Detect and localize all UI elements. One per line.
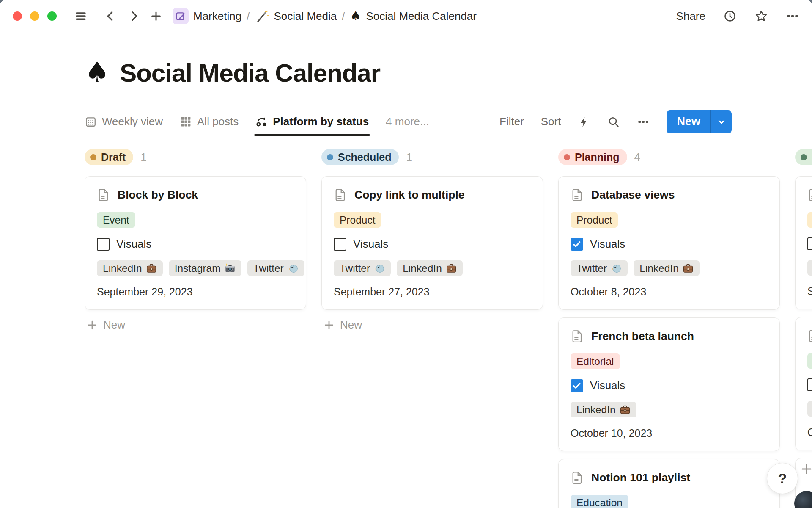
- calendar-icon: [85, 116, 97, 128]
- checkmark-icon: [572, 381, 582, 391]
- platform-tag-twitter: Twitter: [247, 260, 304, 276]
- zoom-window-button[interactable]: [47, 11, 57, 21]
- column-cards: S O: [795, 176, 812, 508]
- add-card-label: New: [103, 318, 125, 331]
- card-title: Notion 101 playlist: [591, 471, 690, 484]
- page-icon: [571, 329, 584, 343]
- filter-button[interactable]: Filter: [499, 115, 524, 128]
- page-icon: [571, 471, 584, 484]
- platform-tag-linkedin: LinkedIn: [397, 260, 463, 276]
- category-tag: Product: [334, 212, 381, 228]
- column-count: 1: [406, 151, 412, 164]
- view-options-icon[interactable]: [637, 116, 650, 128]
- briefcase-icon: [446, 263, 457, 274]
- new-button[interactable]: New: [667, 110, 732, 133]
- new-button-dropdown[interactable]: [710, 110, 732, 133]
- chevron-left-icon: [104, 10, 117, 22]
- card-partial[interactable]: O: [795, 317, 812, 450]
- more-options-icon[interactable]: [786, 9, 799, 23]
- card-block-by-block[interactable]: Block by Block Event Visuals LinkedIn In…: [85, 176, 306, 310]
- page-title[interactable]: Social Media Calendar: [120, 58, 380, 88]
- platform-tag-fragment: [807, 401, 812, 417]
- window-topbar: Marketing / Social Media / ♠ Social Medi…: [0, 0, 812, 32]
- status-dot: [90, 154, 96, 160]
- visuals-checkbox[interactable]: [571, 238, 583, 251]
- column-cards: Block by Block Event Visuals LinkedIn In…: [85, 176, 306, 310]
- card-date: October 8, 2023: [571, 286, 768, 298]
- notion-window: Marketing / Social Media / ♠ Social Medi…: [0, 0, 812, 508]
- new-page-button[interactable]: [150, 10, 162, 22]
- add-group-plus-icon[interactable]: [800, 462, 812, 476]
- tab-more-views[interactable]: 4 more...: [386, 108, 429, 135]
- page-spade-icon[interactable]: ♠: [85, 58, 110, 86]
- status-pill-draft[interactable]: Draft: [85, 149, 133, 165]
- status-pill-partial[interactable]: [795, 149, 812, 165]
- status-pill-scheduled[interactable]: Scheduled: [321, 149, 399, 165]
- status-cycle-icon: [255, 116, 268, 128]
- briefcase-icon: [146, 263, 157, 274]
- search-icon[interactable]: [607, 116, 620, 128]
- card-date: September 27, 2023: [334, 286, 531, 298]
- tab-label: Platform by status: [273, 115, 369, 128]
- camera-icon: [225, 263, 236, 274]
- status-pill-planning[interactable]: Planning: [558, 149, 627, 165]
- sidebar-menu-button[interactable]: [74, 10, 87, 22]
- briefcase-icon: [620, 404, 631, 415]
- add-card-button[interactable]: New: [321, 318, 543, 331]
- breadcrumb-item-social-media-calendar[interactable]: ♠ Social Media Calendar: [350, 10, 477, 23]
- card-french-beta-launch[interactable]: French beta launch Editorial Visuals Lin…: [558, 318, 780, 451]
- help-button[interactable]: ?: [767, 463, 798, 494]
- page-header: ♠ Social Media Calendar: [85, 58, 380, 88]
- checkbox-label: Visuals: [590, 237, 625, 251]
- visuals-checkbox[interactable]: [97, 238, 110, 251]
- board-column-partial: S O: [795, 149, 812, 508]
- forward-button[interactable]: [128, 10, 140, 22]
- tab-all-posts[interactable]: All posts: [180, 108, 239, 135]
- share-button[interactable]: Share: [676, 10, 705, 23]
- new-button-label[interactable]: New: [667, 110, 710, 133]
- breadcrumb-label: Social Media Calendar: [366, 10, 477, 23]
- tab-label: All posts: [197, 115, 239, 128]
- breadcrumb-separator: /: [247, 10, 250, 23]
- tab-weekly-view[interactable]: Weekly view: [85, 108, 163, 135]
- card-title: Copy link to multiple: [354, 188, 465, 202]
- page-icon: [97, 188, 110, 202]
- card-database-views[interactable]: Database views Product Visuals Twitter L…: [558, 176, 780, 310]
- favorite-star-icon[interactable]: [754, 9, 768, 23]
- breadcrumb-item-social-media[interactable]: Social Media: [255, 9, 337, 23]
- tag-label: Editorial: [576, 356, 614, 367]
- add-card-label: New: [340, 318, 362, 331]
- automations-bolt-icon[interactable]: [578, 116, 590, 128]
- tag-label: Instagram: [175, 262, 221, 274]
- card-notion-101-playlist[interactable]: Notion 101 playlist Education: [558, 459, 780, 508]
- compose-icon: [173, 8, 189, 24]
- board-column-scheduled: Scheduled 1 Copy link to multiple Produc…: [321, 149, 543, 508]
- updates-clock-icon[interactable]: [723, 9, 737, 23]
- add-card-button[interactable]: New: [85, 318, 306, 331]
- breadcrumb-item-marketing[interactable]: Marketing: [173, 8, 241, 24]
- visuals-checkbox[interactable]: [334, 238, 346, 251]
- back-button[interactable]: [104, 10, 117, 22]
- tab-platform-by-status[interactable]: Platform by status: [255, 108, 369, 135]
- hamburger-icon: [74, 10, 87, 22]
- sort-button[interactable]: Sort: [541, 115, 561, 128]
- tag-label: Product: [576, 214, 612, 226]
- close-window-button[interactable]: [13, 11, 22, 21]
- card-partial[interactable]: S: [795, 176, 812, 309]
- card-copy-link-to-multiple[interactable]: Copy link to multiple Product Visuals Tw…: [321, 176, 543, 310]
- view-controls: Filter Sort New: [499, 110, 732, 133]
- column-header: Scheduled 1: [321, 149, 543, 165]
- view-tabs: Weekly view All posts Platform by status…: [85, 108, 429, 135]
- category-tag: Event: [97, 212, 135, 228]
- card-date-fragment: S: [807, 285, 812, 298]
- column-cards: Copy link to multiple Product Visuals Tw…: [321, 176, 543, 310]
- platform-tag-instagram: Instagram: [169, 260, 241, 276]
- minimize-window-button[interactable]: [30, 11, 39, 21]
- status-label: Planning: [575, 151, 620, 163]
- visuals-checkbox[interactable]: [807, 237, 812, 250]
- category-tag-fragment: [807, 353, 812, 369]
- visuals-checkbox[interactable]: [571, 379, 583, 392]
- bird-icon: [288, 263, 299, 274]
- visuals-checkbox[interactable]: [807, 378, 812, 391]
- tag-label: Twitter: [576, 262, 607, 274]
